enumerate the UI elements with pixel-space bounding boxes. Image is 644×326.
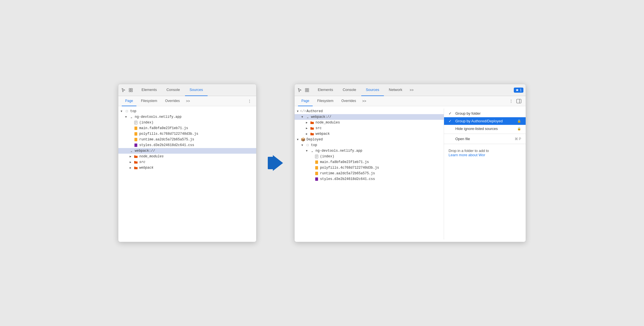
cursor-icon[interactable] xyxy=(121,87,126,93)
arrow-netlify: ▼ xyxy=(125,116,129,119)
more-options-right[interactable]: ⋮ xyxy=(508,98,514,105)
tree-item-webpack-folder[interactable]: ▶ webpack xyxy=(118,165,256,171)
svg-rect-25 xyxy=(315,177,318,181)
svg-rect-12 xyxy=(305,88,307,90)
icon-folder-webpack xyxy=(134,166,138,170)
sub-tab-filesystem-right[interactable]: Filesystem xyxy=(314,96,337,106)
tab-sources-right[interactable]: Sources xyxy=(361,84,384,96)
tree-item-styles[interactable]: styles.d3e2b24618d2c641.css xyxy=(118,142,256,148)
tree-item-styles-deployed[interactable]: styles.d3e2b24618d2c641.css xyxy=(295,176,444,182)
check-group-authored: ✓ xyxy=(449,119,453,123)
menu-item-group-folder[interactable]: ✓ Group by folder xyxy=(444,110,526,117)
sub-tab-overrides-right[interactable]: Overrides xyxy=(338,96,359,106)
label-styles-dep: styles.d3e2b24618d2c641.css xyxy=(320,177,375,181)
badge-count: 1 xyxy=(520,88,522,92)
inspect-icon-right[interactable] xyxy=(304,87,310,93)
cursor-icon-right[interactable] xyxy=(297,87,303,93)
right-toolbar-right: 1 xyxy=(514,88,523,93)
tree-item-webpack-authored[interactable]: ▼ ☁ webpack:// xyxy=(295,114,444,120)
left-sub-toolbar-right: ⋮ xyxy=(246,98,253,105)
icon-folder-node-authored xyxy=(310,121,314,125)
sub-tab-page-left[interactable]: Page xyxy=(122,96,136,106)
svg-rect-22 xyxy=(315,160,318,164)
tree-item-polyfills-deployed[interactable]: polyfills.4c768d7122740d3b.js xyxy=(295,165,444,171)
menu-item-open-file[interactable]: Open file ⌘ P xyxy=(444,135,526,143)
right-tree-area: ▼ </> Authored ▼ ☁ webpack:// ▶ xyxy=(295,108,444,240)
tree-item-netlify-deployed[interactable]: ▼ ☁ ng-devtools.netlify.app xyxy=(295,148,444,154)
label-main: main.fa8bfa0e23f1eb71.js xyxy=(139,126,188,130)
tab-console-left[interactable]: Console xyxy=(162,84,184,96)
arrow-top-deployed: ▼ xyxy=(301,144,305,147)
tree-item-index-deployed[interactable]: (index) xyxy=(295,154,444,159)
tree-item-src[interactable]: ▶ src xyxy=(118,159,256,165)
tab-elements-right[interactable]: Elements xyxy=(313,84,338,96)
icon-js-polyfills xyxy=(134,132,138,136)
sub-tab-more-right[interactable]: >> xyxy=(360,99,368,103)
tree-item-webpack[interactable]: ☁ webpack:// xyxy=(118,148,256,154)
tab-network-right[interactable]: Network xyxy=(384,84,407,96)
tree-item-index[interactable]: (index) xyxy=(118,120,256,125)
left-sub-toolbar: Page Filesystem Overrides >> ⋮ xyxy=(118,96,256,106)
tree-item-node-authored[interactable]: ▶ node_modules xyxy=(295,120,444,125)
sub-tab-overrides-left[interactable]: Overrides xyxy=(162,96,183,106)
label-poly-dep: polyfills.4c768d7122740d3b.js xyxy=(320,166,379,170)
left-toolbar-icons xyxy=(121,87,134,93)
tree-item-webpack-authored-folder[interactable]: ▶ webpack xyxy=(295,131,444,137)
tree-item-deployed[interactable]: ▼ 📦 Deployed xyxy=(295,137,444,142)
svg-rect-24 xyxy=(315,172,318,175)
tree-item-main-deployed[interactable]: main.fa8bfa0e23f1eb71.js xyxy=(295,159,444,165)
icon-square-top: □ xyxy=(125,109,129,113)
label-webpack: webpack:// xyxy=(135,149,155,153)
svg-rect-9 xyxy=(134,132,137,136)
tree-item-top[interactable]: ▼ □ top xyxy=(118,108,256,114)
more-options-left[interactable]: ⋮ xyxy=(246,98,253,105)
sub-tab-more-left[interactable]: >> xyxy=(184,99,192,103)
learn-more-link[interactable]: Learn more about Wor xyxy=(449,153,485,157)
label-node-modules: node_modules xyxy=(139,155,164,158)
tab-more-right[interactable]: >> xyxy=(407,84,416,96)
sub-tab-page-right[interactable]: Page xyxy=(298,96,313,106)
menu-item-group-authored[interactable]: ✓ Group by Authored/Deployed 🔒 xyxy=(444,117,526,125)
tab-sources-left[interactable]: Sources xyxy=(185,84,208,96)
tree-item-authored[interactable]: ▼ </> Authored xyxy=(295,108,444,114)
icon-page-index xyxy=(134,121,138,125)
right-toolbar-tabs: Elements Console Sources Network >> xyxy=(313,84,513,96)
sub-tab-filesystem-left[interactable]: Filesystem xyxy=(138,96,160,106)
tree-item-netlify[interactable]: ▼ ☁ ng-devtools.netlify.app xyxy=(118,114,256,120)
arrow-top: ▼ xyxy=(121,110,125,113)
tree-item-node-modules[interactable]: ▶ node_modules xyxy=(118,154,256,159)
icon-folder-src xyxy=(134,160,138,164)
context-menu: ✓ Group by folder ✓ Group by Authored/De… xyxy=(444,108,526,144)
tab-console-right[interactable]: Console xyxy=(338,84,361,96)
tree-item-runtime-deployed[interactable]: runtime.aa2dc5a72b65a575.js xyxy=(295,171,444,176)
icon-js-main xyxy=(134,126,138,130)
svg-rect-23 xyxy=(315,166,318,169)
arrow-node-authored: ▶ xyxy=(306,121,310,124)
drop-text: Drop in a folder to add to xyxy=(449,149,521,153)
label-webpack-authored: webpack:// xyxy=(311,115,331,119)
icon-cloud-webpack: ☁ xyxy=(129,149,134,153)
icon-css-styles-dep xyxy=(314,177,319,181)
icon-cloud-netlify-dep: ☁ xyxy=(310,149,314,153)
left-toolbar-tabs: Elements Console Sources xyxy=(137,84,254,96)
label-index: (index) xyxy=(139,121,153,125)
right-sub-toolbar-right: ⋮ xyxy=(508,98,522,105)
tree-item-main[interactable]: main.fa8bfa0e23f1eb71.js xyxy=(118,125,256,131)
tree-item-src-authored[interactable]: ▶ src xyxy=(295,125,444,131)
icon-folder-node xyxy=(134,155,138,158)
inspect-icon[interactable] xyxy=(128,87,134,93)
arrow-container xyxy=(268,155,283,171)
tree-item-runtime[interactable]: runtime.aa2dc5a72b65a575.js xyxy=(118,137,256,142)
arrow-node-modules: ▶ xyxy=(130,155,134,158)
blue-arrow-shape xyxy=(268,155,283,171)
tree-item-polyfills[interactable]: polyfills.4c768d7122740d3b.js xyxy=(118,131,256,137)
left-devtools-panel: Elements Console Sources Page Filesystem… xyxy=(118,84,256,242)
label-index-dep: (index) xyxy=(320,155,334,158)
menu-item-hide-ignored[interactable]: Hide ignore-listed sources 🔒 xyxy=(444,125,526,132)
svg-rect-8 xyxy=(134,127,137,130)
tab-elements-left[interactable]: Elements xyxy=(137,84,161,96)
tree-item-top-deployed[interactable]: ▼ □ top xyxy=(295,142,444,148)
panel-layout-icon[interactable] xyxy=(515,98,522,105)
lock-icon-ignored: 🔒 xyxy=(517,127,521,131)
arrow-src: ▶ xyxy=(130,160,134,164)
